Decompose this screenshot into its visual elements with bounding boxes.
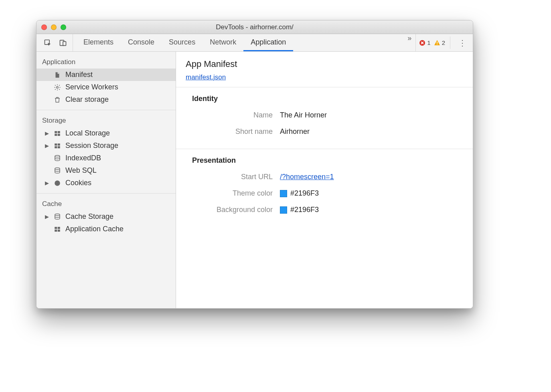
tab-application[interactable]: Application (243, 34, 293, 51)
bgcolor-swatch (280, 206, 287, 214)
manifest-link[interactable]: manifest.json (186, 73, 226, 81)
svg-rect-9 (55, 133, 57, 135)
application-sidebar: Application▶Manifest▶Service Workers▶Cle… (36, 52, 176, 308)
svg-point-6 (57, 86, 59, 88)
themecolor-row: Theme color #2196F3 (176, 185, 473, 202)
devtools-tabstrip: ElementsConsoleSourcesNetworkApplication… (36, 34, 473, 52)
starturl-row: Start URL /?homescreen=1 (176, 169, 473, 185)
window-title: DevTools - airhorner.com/ (216, 23, 294, 31)
file-icon (53, 71, 61, 79)
svg-rect-12 (58, 143, 60, 145)
themecolor-value: #2196F3 (290, 189, 319, 198)
divider (450, 36, 450, 49)
tab-elements[interactable]: Elements (76, 34, 121, 51)
sidebar-item-clear-storage[interactable]: ▶Clear storage (36, 93, 176, 106)
warning-icon (434, 40, 440, 46)
expand-arrow-icon[interactable]: ▶ (45, 143, 49, 149)
sidebar-heading-application: Application (36, 54, 176, 69)
svg-rect-10 (58, 133, 60, 135)
svg-rect-25 (55, 229, 57, 231)
svg-point-19 (58, 182, 59, 182)
more-menu-icon[interactable]: ⋮ (455, 38, 470, 48)
warning-count: 2 (442, 39, 445, 46)
sidebar-item-web-sql[interactable]: ▶Web SQL (36, 164, 176, 177)
svg-rect-2 (63, 41, 66, 45)
svg-rect-14 (58, 146, 60, 148)
name-value: The Air Horner (280, 111, 327, 119)
expand-arrow-icon[interactable]: ▶ (45, 130, 49, 136)
close-window-button[interactable] (41, 24, 47, 30)
svg-rect-11 (55, 143, 57, 145)
starturl-label: Start URL (186, 173, 280, 181)
svg-point-18 (56, 182, 57, 183)
bgcolor-value: #2196F3 (290, 206, 319, 214)
svg-rect-4 (437, 42, 438, 44)
expand-arrow-icon[interactable]: ▶ (45, 180, 49, 186)
sidebar-heading-storage: Storage (36, 113, 176, 127)
sidebar-item-label: Manifest (65, 71, 172, 79)
name-row: Name The Air Horner (176, 107, 473, 123)
svg-rect-24 (58, 227, 60, 229)
sidebar-item-label: Local Storage (65, 129, 172, 137)
warning-count-badge[interactable]: 2 (434, 39, 445, 46)
overflow-tabs-icon[interactable]: » (403, 34, 415, 51)
tab-console[interactable]: Console (121, 34, 162, 51)
shortname-value: Airhorner (280, 127, 310, 136)
device-toolbar-icon[interactable] (57, 37, 69, 48)
sidebar-item-cache-storage[interactable]: ▶Cache Storage (36, 210, 176, 223)
sidebar-item-label: Application Cache (65, 225, 172, 233)
window-titlebar: DevTools - airhorner.com/ (36, 20, 473, 34)
minimize-window-button[interactable] (51, 24, 57, 30)
sidebar-item-label: IndexedDB (65, 154, 172, 162)
manifest-panel: App Manifest manifest.json Identity Name… (176, 52, 473, 308)
sidebar-item-local-storage[interactable]: ▶Local Storage (36, 127, 176, 139)
svg-rect-23 (55, 227, 57, 229)
svg-point-17 (55, 180, 60, 186)
database-icon (53, 167, 61, 175)
tab-network[interactable]: Network (203, 34, 243, 51)
grid-icon (53, 225, 61, 233)
svg-point-22 (55, 214, 60, 216)
identity-section: Identity Name The Air Horner Short name … (176, 87, 473, 149)
database-icon (53, 213, 61, 221)
svg-rect-13 (55, 146, 57, 148)
shortname-label: Short name (186, 127, 280, 136)
gear-icon (53, 83, 61, 91)
sidebar-item-label: Service Workers (65, 83, 172, 91)
themecolor-swatch (280, 190, 287, 197)
window-controls (41, 24, 66, 30)
expand-arrow-icon[interactable]: ▶ (45, 214, 49, 220)
sidebar-heading-cache: Cache (36, 196, 176, 210)
sidebar-item-label: Session Storage (65, 141, 172, 150)
sidebar-item-application-cache[interactable]: ▶Application Cache (36, 223, 176, 235)
sidebar-item-label: Cache Storage (65, 212, 172, 221)
database-icon (53, 154, 61, 162)
svg-point-16 (55, 168, 60, 170)
sidebar-item-session-storage[interactable]: ▶Session Storage (36, 139, 176, 152)
zoom-window-button[interactable] (61, 24, 66, 30)
sidebar-item-indexeddb[interactable]: ▶IndexedDB (36, 152, 176, 164)
trash-icon (53, 96, 61, 104)
sidebar-item-service-workers[interactable]: ▶Service Workers (36, 81, 176, 93)
cookie-icon (53, 179, 61, 187)
shortname-row: Short name Airhorner (176, 123, 473, 140)
svg-rect-8 (58, 131, 60, 133)
error-count-badge[interactable]: 1 (419, 39, 430, 46)
sidebar-item-manifest[interactable]: ▶Manifest (36, 69, 176, 81)
svg-rect-5 (437, 44, 438, 45)
panel-tabs: ElementsConsoleSourcesNetworkApplication (73, 34, 403, 51)
svg-rect-26 (58, 229, 60, 231)
svg-point-21 (57, 184, 57, 184)
inspect-element-icon[interactable] (42, 37, 53, 48)
starturl-link[interactable]: /?homescreen=1 (280, 173, 334, 181)
svg-point-15 (55, 155, 60, 157)
sidebar-item-label: Clear storage (65, 95, 172, 104)
grid-icon (53, 142, 61, 150)
tab-sources[interactable]: Sources (162, 34, 203, 51)
grid-icon (53, 129, 61, 137)
presentation-section: Presentation Start URL /?homescreen=1 Th… (176, 149, 473, 227)
presentation-heading: Presentation (176, 156, 473, 169)
devtools-window: DevTools - airhorner.com/ Elemen (36, 20, 473, 309)
identity-heading: Identity (176, 95, 473, 107)
sidebar-item-cookies[interactable]: ▶Cookies (36, 177, 176, 189)
